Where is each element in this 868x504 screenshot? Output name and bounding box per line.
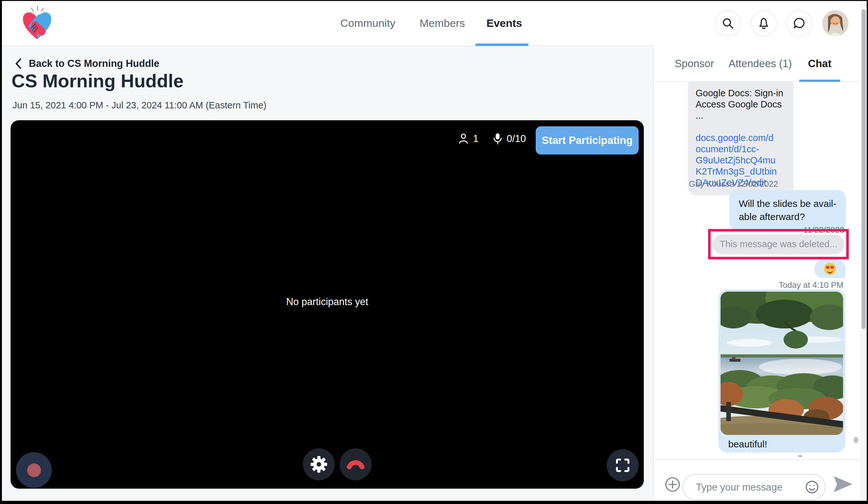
annotation-highlight-box: This message was deleted...: [708, 229, 849, 259]
app-window: Community Members Events: [0, 0, 868, 504]
fullscreen-button[interactable]: [607, 449, 639, 481]
send-message-button[interactable]: [834, 475, 853, 493]
back-link[interactable]: Back to CS Morning Huddle: [15, 58, 159, 69]
event-datetime: Jun 15, 2021 4:00 PM - Jul 23, 2024 11:0…: [12, 100, 266, 111]
chat-message-link-card[interactable]: Google Docs: Sign-in Access Google Docs …: [688, 82, 794, 195]
nav-item-members[interactable]: Members: [420, 1, 465, 45]
chat-bubble-icon: [793, 17, 806, 30]
active-nav-underline: [476, 43, 528, 46]
chevron-left-icon: [15, 58, 22, 69]
scroll-cutoff-fragment: [798, 455, 802, 457]
active-tab-underline: [799, 80, 840, 82]
lake-photo-image: [721, 292, 843, 435]
chat-message-list[interactable]: Google Docs: Sign-in Access Google Docs …: [654, 82, 861, 459]
participant-count: 1: [473, 133, 478, 145]
tab-chat[interactable]: Chat: [808, 45, 831, 82]
no-participants-text: No participants yet: [11, 296, 644, 308]
add-attachment-button[interactable]: [664, 476, 681, 493]
user-avatar[interactable]: [822, 10, 848, 37]
link-card-title-line: Access Google Docs ...: [696, 99, 787, 121]
nav-item-events[interactable]: Events: [486, 1, 522, 45]
event-sidebar: Sponsor Attendees (1) Chat Google Docs: …: [653, 45, 861, 502]
tab-attendees[interactable]: Attendees (1): [728, 45, 792, 82]
start-participating-button[interactable]: Start Participating: [536, 126, 639, 154]
tab-sponsor[interactable]: Sponsor: [675, 45, 714, 82]
chat-message-photo[interactable]: beautiful!: [718, 289, 845, 453]
message-input-container: [682, 474, 826, 500]
top-navigation-bar: Community Members Events: [2, 1, 867, 46]
heart-eyes-emoji-icon: [823, 262, 837, 276]
link-card-title-line: Google Docs: Sign-in: [696, 88, 787, 99]
chat-message-outgoing[interactable]: Will the slides be avail- able afterward…: [729, 190, 846, 230]
chat-composer: [654, 459, 861, 502]
search-icon: [722, 17, 734, 30]
settings-button[interactable]: [303, 448, 335, 480]
nav-item-community[interactable]: Community: [340, 1, 395, 45]
hang-up-button[interactable]: [340, 448, 372, 480]
fullscreen-icon: [616, 458, 630, 472]
date-separator: Today at 4:10 PM: [779, 280, 844, 290]
stage-status-bar: 1 0/10: [458, 132, 526, 145]
record-button[interactable]: [16, 452, 52, 488]
gear-icon: [310, 456, 328, 473]
emoji-picker-button[interactable]: [805, 480, 819, 494]
bell-icon: [757, 17, 771, 30]
search-button[interactable]: [715, 10, 741, 37]
video-stage: 1 0/10 Start Participating No participan…: [11, 120, 644, 488]
back-label: Back to CS Morning Huddle: [29, 58, 159, 69]
page-scrollbar-thumb[interactable]: [861, 9, 866, 329]
mic-icon: [493, 132, 503, 145]
deleted-message-notice: This message was deleted...: [713, 234, 844, 254]
page-scrollbar[interactable]: [861, 1, 867, 501]
record-dot-icon: [27, 463, 41, 477]
chat-message-emoji[interactable]: [815, 260, 845, 278]
page-title: CS Morning Huddle: [11, 70, 184, 91]
participants-icon: [458, 133, 469, 145]
community-logo-icon[interactable]: [19, 3, 54, 42]
messages-button[interactable]: [786, 10, 813, 37]
chat-scrollbar-thumb[interactable]: [854, 437, 858, 443]
sidebar-tabs: Sponsor Attendees (1) Chat: [654, 45, 861, 82]
photo-caption: beautiful!: [728, 439, 843, 450]
mic-count: 0/10: [507, 133, 526, 145]
message-input[interactable]: [695, 475, 799, 500]
message-author-timestamp: Guy Koussa 12/02/2022: [689, 179, 778, 189]
notifications-button[interactable]: [751, 10, 777, 37]
hang-up-phone-icon: [346, 458, 365, 471]
